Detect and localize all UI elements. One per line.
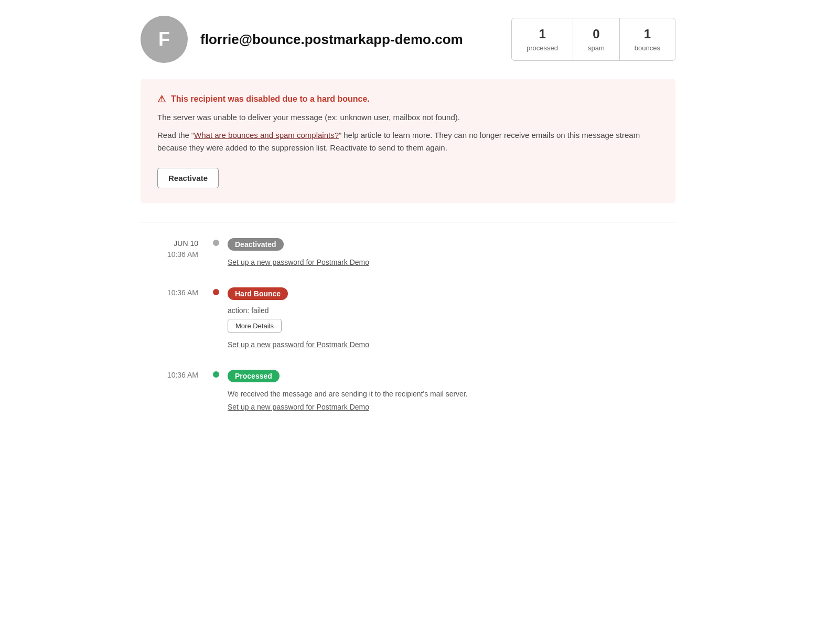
dot-hardbounce: [213, 289, 219, 295]
badge-hardbounce: Hard Bounce: [228, 287, 288, 300]
stat-bounces: 1 bounces: [620, 18, 675, 60]
timeline-item-deactivated: JUN 10 10:36 AM Deactivated Set up a new…: [141, 238, 675, 266]
timeline-section: JUN 10 10:36 AM Deactivated Set up a new…: [141, 222, 675, 411]
timeline-date-3: 10:36 AM: [141, 370, 209, 381]
alert-title-text: This recipient was disabled due to a har…: [171, 94, 370, 104]
link-processed[interactable]: Set up a new password for Postmark Demo: [228, 403, 675, 411]
bounces-label: bounces: [635, 44, 660, 52]
email-address: florrie@bounce.postmarkapp-demo.com: [200, 31, 463, 48]
bounces-help-link[interactable]: What are bounces and spam complaints?: [194, 131, 339, 139]
content-deactivated: Deactivated Set up a new password for Po…: [223, 238, 675, 266]
dot-deactivated: [213, 240, 219, 246]
time-label-3: 10:36 AM: [141, 370, 198, 381]
processed-description: We received the message and are sending …: [228, 389, 675, 400]
badge-deactivated: Deactivated: [228, 238, 284, 251]
stat-spam: 0 spam: [573, 18, 620, 60]
date-label-1: JUN 10: [141, 238, 198, 249]
stat-processed: 1 processed: [512, 18, 573, 60]
more-details-button[interactable]: More Details: [228, 319, 282, 333]
timeline-date-1: JUN 10 10:36 AM: [141, 238, 209, 260]
avatar-letter: F: [158, 28, 170, 50]
content-hardbounce: Hard Bounce action: failed More Details …: [223, 287, 675, 349]
badge-processed: Processed: [228, 370, 280, 382]
dot-area-3: [209, 370, 223, 378]
alert-box: ⚠ This recipient was disabled due to a h…: [141, 79, 675, 203]
avatar: F: [141, 16, 188, 63]
time-label-1: 10:36 AM: [141, 249, 198, 260]
dot-area-2: [209, 287, 223, 295]
alert-body2: Read the “What are bounces and spam comp…: [157, 129, 659, 154]
header-left: F florrie@bounce.postmarkapp-demo.com: [141, 16, 463, 63]
alert-title: ⚠ This recipient was disabled due to a h…: [157, 93, 659, 105]
timeline-date-2: 10:36 AM: [141, 287, 209, 298]
action-failed: action: failed: [228, 306, 675, 315]
processed-count: 1: [527, 27, 558, 42]
timeline-item-hardbounce: 10:36 AM Hard Bounce action: failed More…: [141, 287, 675, 349]
dot-processed: [213, 371, 219, 378]
stats-box: 1 processed 0 spam 1 bounces: [511, 18, 675, 61]
spam-label: spam: [588, 44, 605, 52]
warning-icon: ⚠: [157, 93, 166, 105]
content-processed: Processed We received the message and ar…: [223, 370, 675, 411]
link-hardbounce[interactable]: Set up a new password for Postmark Demo: [228, 340, 675, 349]
alert-body1: The server was unable to deliver your me…: [157, 111, 659, 124]
link-deactivated[interactable]: Set up a new password for Postmark Demo: [228, 258, 675, 266]
reactivate-button[interactable]: Reactivate: [157, 168, 219, 188]
processed-label: processed: [527, 44, 558, 52]
header: F florrie@bounce.postmarkapp-demo.com 1 …: [141, 16, 675, 63]
time-label-2: 10:36 AM: [141, 287, 198, 298]
spam-count: 0: [588, 27, 605, 42]
page-container: F florrie@bounce.postmarkapp-demo.com 1 …: [120, 0, 696, 448]
bounces-count: 1: [635, 27, 660, 42]
dot-area-1: [209, 238, 223, 246]
timeline-item-processed: 10:36 AM Processed We received the messa…: [141, 370, 675, 411]
alert-body2-pre: Read the “: [157, 131, 194, 139]
